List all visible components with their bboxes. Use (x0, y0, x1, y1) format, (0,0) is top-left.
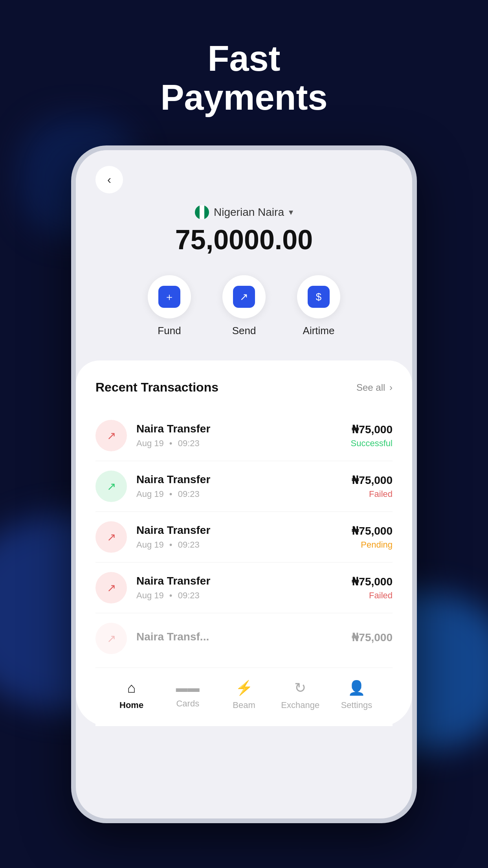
transaction-item[interactable]: ↗ Naira Transfer Aug 19 • 09:23 ₦75,000 … (95, 461, 393, 512)
settings-label: Settings (341, 700, 372, 710)
transaction-item[interactable]: ↗ Naira Transfer Aug 19 • 09:23 ₦75,000 … (95, 512, 393, 563)
tx-icon-5: ↗ (95, 623, 127, 654)
tx-amount: ₦75,000 (351, 423, 393, 436)
phone-top-section: ‹ Nigerian Naira ▾ 75,0000.00 (76, 150, 412, 360)
tx-status: Pending (352, 540, 393, 550)
nav-exchange[interactable]: ↻ Exchange (272, 680, 328, 710)
action-buttons: ＋ Fund ↗ Send $ Airtime (95, 275, 393, 337)
hero-text: Fast Payments (0, 39, 488, 117)
tx-name: Naira Transfer (136, 473, 342, 486)
balance-amount: 75,0000.00 (95, 224, 393, 256)
tx-details-3: Naira Transfer Aug 19 • 09:23 (136, 524, 342, 550)
settings-icon: 👤 (348, 680, 365, 696)
fund-icon: ＋ (158, 286, 180, 308)
exchange-icon: ↻ (294, 680, 306, 696)
tx-meta: Aug 19 • 09:23 (136, 590, 342, 601)
tx-icon-1: ↗ (95, 420, 127, 451)
currency-row: Nigerian Naira ▾ (95, 205, 393, 219)
beam-icon: ⚡ (235, 680, 253, 696)
tx-details-4: Naira Transfer Aug 19 • 09:23 (136, 575, 342, 601)
phone-bottom-section: Recent Transactions See all › ↗ Naira Tr… (76, 360, 412, 726)
back-button[interactable]: ‹ (95, 166, 123, 193)
tx-icon-2: ↗ (95, 471, 127, 502)
beam-label: Beam (233, 700, 255, 710)
tx-name: Naira Transf... (136, 631, 342, 643)
transaction-item[interactable]: ↗ Naira Transfer Aug 19 • 09:23 ₦75,000 … (95, 563, 393, 613)
tx-amount: ₦75,000 (352, 474, 393, 487)
tx-arrow-icon: ↗ (107, 429, 116, 442)
airtime-action[interactable]: $ Airtime (297, 275, 340, 337)
tx-icon-4: ↗ (95, 572, 127, 603)
currency-name: Nigerian Naira (214, 206, 284, 219)
hero-line2: Payments (0, 78, 488, 117)
send-icon: ↗ (233, 286, 255, 308)
transaction-item[interactable]: ↗ Naira Transfer Aug 19 • 09:23 ₦75,000 … (95, 410, 393, 461)
exchange-label: Exchange (281, 700, 319, 710)
tx-status: Failed (352, 489, 393, 499)
tx-amount-col-3: ₦75,000 Pending (352, 524, 393, 550)
tx-amount: ₦75,000 (352, 631, 393, 644)
transactions-title: Recent Transactions (95, 380, 218, 395)
tx-meta: Aug 19 • 09:23 (136, 540, 342, 550)
nav-cards[interactable]: ▬▬ Cards (160, 681, 216, 709)
tx-arrow-icon: ↗ (107, 480, 116, 493)
tx-icon-3: ↗ (95, 521, 127, 553)
hero-line1: Fast (0, 39, 488, 78)
tx-name: Naira Transfer (136, 423, 341, 435)
airtime-circle: $ (297, 275, 340, 318)
cards-icon: ▬▬ (176, 681, 200, 695)
tx-name: Naira Transfer (136, 524, 342, 537)
tx-amount-col-2: ₦75,000 Failed (352, 474, 393, 499)
tx-arrow-icon: ↗ (107, 632, 116, 645)
tx-amount-col-5: ₦75,000 (352, 631, 393, 646)
tx-amount-col-4: ₦75,000 Failed (352, 575, 393, 601)
back-icon: ‹ (107, 173, 111, 186)
fund-circle: ＋ (148, 275, 191, 318)
tx-details-1: Naira Transfer Aug 19 • 09:23 (136, 423, 341, 449)
transactions-header: Recent Transactions See all › (95, 380, 393, 395)
send-circle: ↗ (222, 275, 266, 318)
transaction-item-partial: ↗ Naira Transf... ₦75,000 (95, 613, 393, 664)
fund-action[interactable]: ＋ Fund (148, 275, 191, 337)
nigeria-flag (195, 205, 209, 219)
see-all-button[interactable]: See all › (355, 382, 393, 393)
phone-outer: ‹ Nigerian Naira ▾ 75,0000.00 (71, 145, 417, 823)
tx-meta: Aug 19 • 09:23 (136, 489, 342, 499)
tx-meta: Aug 19 • 09:23 (136, 438, 341, 449)
send-action[interactable]: ↗ Send (222, 275, 266, 337)
nav-beam[interactable]: ⚡ Beam (216, 680, 272, 710)
send-label: Send (232, 325, 256, 337)
tx-amount-col-1: ₦75,000 Successful (351, 423, 393, 449)
home-icon: ⌂ (127, 680, 136, 696)
airtime-icon: $ (308, 286, 330, 308)
tx-amount: ₦75,000 (352, 524, 393, 537)
currency-dropdown-icon[interactable]: ▾ (289, 207, 293, 217)
tx-amount: ₦75,000 (352, 575, 393, 588)
home-label: Home (119, 700, 143, 710)
phone-screen: ‹ Nigerian Naira ▾ 75,0000.00 (76, 150, 412, 818)
cards-label: Cards (176, 699, 199, 709)
fund-label: Fund (158, 325, 181, 337)
nav-home[interactable]: ⌂ Home (103, 680, 160, 710)
tx-name: Naira Transfer (136, 575, 342, 587)
tx-status: Failed (352, 590, 393, 601)
tx-details-5: Naira Transf... (136, 631, 342, 646)
tx-arrow-icon: ↗ (107, 581, 116, 594)
bottom-navigation: ⌂ Home ▬▬ Cards ⚡ Beam ↻ Exchange (95, 668, 393, 726)
airtime-label: Airtime (303, 325, 335, 337)
tx-status: Successful (351, 438, 393, 449)
nav-settings[interactable]: 👤 Settings (328, 680, 385, 710)
tx-details-2: Naira Transfer Aug 19 • 09:23 (136, 473, 342, 499)
tx-arrow-icon: ↗ (107, 531, 116, 544)
phone-mockup: ‹ Nigerian Naira ▾ 75,0000.00 (71, 145, 417, 823)
